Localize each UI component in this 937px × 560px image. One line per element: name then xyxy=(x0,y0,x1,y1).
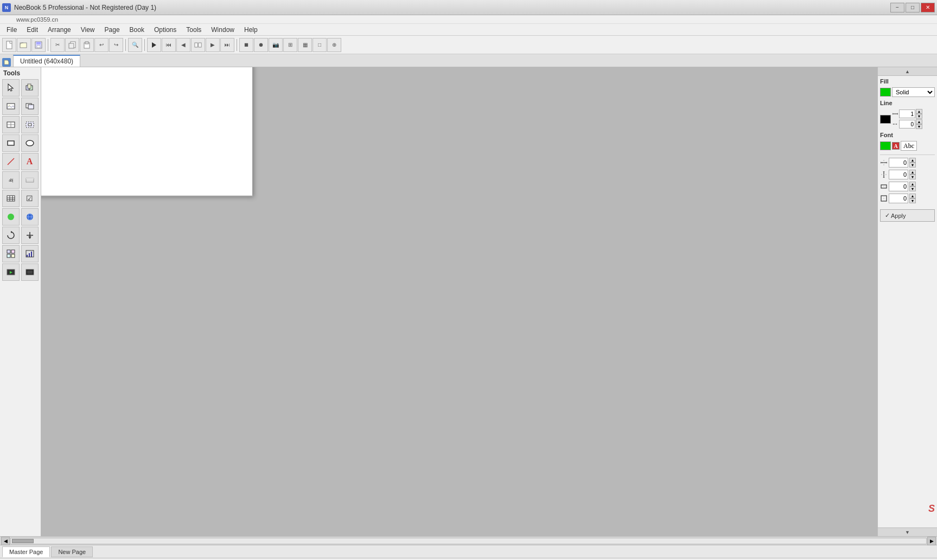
tb-play[interactable] xyxy=(147,38,161,52)
tb-new[interactable] xyxy=(2,38,16,52)
media-tool[interactable] xyxy=(2,263,20,281)
x-down[interactable]: ▼ xyxy=(909,163,916,168)
apply-button[interactable]: ✓ Apply xyxy=(880,209,935,222)
tools-grid: A ab| ☑ xyxy=(2,79,39,281)
tb-zoom[interactable]: 🔍 xyxy=(128,38,142,52)
tb-cut[interactable]: ✂ xyxy=(50,38,65,52)
doc-tab-untitled[interactable]: Untitled (640x480) xyxy=(13,55,80,67)
scroll-tool[interactable] xyxy=(2,116,20,133)
line-style-icon xyxy=(892,121,898,127)
hscroll-track[interactable] xyxy=(10,538,927,544)
tb-fastforward[interactable]: ⏭ xyxy=(220,38,234,52)
x-up[interactable]: ▲ xyxy=(909,158,916,163)
tb-undo[interactable]: ↩ xyxy=(94,38,109,52)
line-color-swatch[interactable] xyxy=(880,115,891,124)
title-bar: N NeoBook 5 Professional - Not Registere… xyxy=(0,0,937,15)
menu-book[interactable]: Book xyxy=(125,25,149,35)
tb-next[interactable]: ▶ xyxy=(206,38,220,52)
right-panel-scroll-down[interactable]: ▼ xyxy=(878,527,937,536)
page-document: − □ ✕ xyxy=(41,67,253,196)
right-panel-scroll-up[interactable]: ▲ xyxy=(878,67,937,76)
line-style-input[interactable] xyxy=(899,120,915,128)
x-input[interactable]: 0 xyxy=(889,158,908,168)
tools-panel-label: Tools xyxy=(2,69,39,77)
menu-window[interactable]: Window xyxy=(207,25,239,35)
close-button[interactable]: ✕ xyxy=(921,3,935,12)
tb-redo[interactable]: ↪ xyxy=(109,38,123,52)
select-tool[interactable] xyxy=(2,79,20,96)
font-abc-button[interactable]: Abc xyxy=(901,141,917,151)
page-tab-new[interactable]: New Page xyxy=(51,546,93,557)
main-area: Tools xyxy=(0,67,937,536)
image-tool[interactable] xyxy=(2,98,20,115)
tb-copy[interactable] xyxy=(65,38,79,52)
h-up[interactable]: ▲ xyxy=(909,194,916,198)
media2-tool[interactable] xyxy=(21,263,39,281)
multi-image-tool[interactable] xyxy=(21,98,39,115)
font-color-swatch[interactable] xyxy=(880,141,891,150)
svg-rect-50 xyxy=(31,252,32,257)
chart-tool[interactable] xyxy=(21,245,39,262)
line-tool[interactable] xyxy=(2,153,20,170)
minimize-button[interactable]: − xyxy=(890,3,904,12)
tb-pages[interactable] xyxy=(191,38,205,52)
tb-obj[interactable]: ⊕ xyxy=(327,38,341,52)
table-tool[interactable] xyxy=(2,190,20,207)
w-input[interactable]: 0 xyxy=(889,182,908,191)
tb-stop[interactable]: ⏹ xyxy=(239,38,253,52)
anim-tool[interactable] xyxy=(2,208,20,226)
tb-paste[interactable] xyxy=(80,38,94,52)
label-tool[interactable]: ab| xyxy=(2,171,20,189)
svg-rect-48 xyxy=(27,255,28,257)
w-down[interactable]: ▼ xyxy=(909,186,916,191)
tb-grid2[interactable]: ▦ xyxy=(298,38,312,52)
menu-file[interactable]: File xyxy=(2,25,21,35)
page-tab-master[interactable]: Master Page xyxy=(2,546,50,557)
menu-page[interactable]: Page xyxy=(100,25,124,35)
tb-snap[interactable]: 📷 xyxy=(269,38,283,52)
line-width1-up[interactable]: ▲ xyxy=(916,109,922,114)
fill-color-swatch[interactable] xyxy=(880,88,891,96)
menu-options[interactable]: Options xyxy=(150,25,181,35)
horizontal-scrollbar[interactable]: ◀ ▶ xyxy=(0,536,937,545)
group-tool[interactable] xyxy=(21,79,39,96)
maximize-button[interactable]: □ xyxy=(906,3,920,12)
hscroll-left[interactable]: ◀ xyxy=(1,537,10,545)
button-tool[interactable] xyxy=(21,171,39,189)
line-style-down[interactable]: ▼ xyxy=(916,124,922,129)
text-a-tool[interactable]: A xyxy=(21,153,39,170)
tb-save[interactable] xyxy=(31,38,46,52)
globe-tool[interactable] xyxy=(21,208,39,226)
w-up[interactable]: ▲ xyxy=(909,182,916,186)
y-down[interactable]: ▼ xyxy=(909,175,916,179)
move-tool[interactable] xyxy=(21,116,39,133)
ellipse-tool[interactable] xyxy=(21,134,39,152)
h-down[interactable]: ▼ xyxy=(909,198,916,203)
tb-rect2[interactable]: □ xyxy=(313,38,327,52)
checkbox-tool[interactable]: ☑ xyxy=(21,190,39,207)
resize-tool[interactable] xyxy=(21,227,39,244)
menu-edit[interactable]: Edit xyxy=(22,25,42,35)
line-width1-input[interactable] xyxy=(899,110,915,118)
tb-rewind[interactable]: ⏮ xyxy=(162,38,176,52)
rect-tool[interactable] xyxy=(2,134,20,152)
line-style-up[interactable]: ▲ xyxy=(916,119,922,124)
hscroll-thumb[interactable] xyxy=(12,539,34,543)
menu-view[interactable]: View xyxy=(77,25,99,35)
tb-open[interactable] xyxy=(17,38,31,52)
fill-style-select[interactable]: Solid None Hatch xyxy=(892,87,935,97)
grid2-tool[interactable] xyxy=(2,245,20,262)
hscroll-right[interactable]: ▶ xyxy=(927,537,936,545)
line-style-row: ▲ ▼ xyxy=(892,119,922,129)
menu-tools[interactable]: Tools xyxy=(182,25,206,35)
rotate-tool[interactable] xyxy=(2,227,20,244)
tb-align[interactable]: ⊞ xyxy=(283,38,297,52)
menu-arrange[interactable]: Arrange xyxy=(43,25,75,35)
tb-prev[interactable]: ◀ xyxy=(176,38,190,52)
tb-record[interactable]: ⏺ xyxy=(254,38,268,52)
y-input[interactable]: 0 xyxy=(889,170,908,179)
line-width1-down[interactable]: ▼ xyxy=(916,114,922,119)
h-input[interactable]: 0 xyxy=(889,194,908,203)
y-up[interactable]: ▲ xyxy=(909,170,916,175)
menu-help[interactable]: Help xyxy=(240,25,262,35)
